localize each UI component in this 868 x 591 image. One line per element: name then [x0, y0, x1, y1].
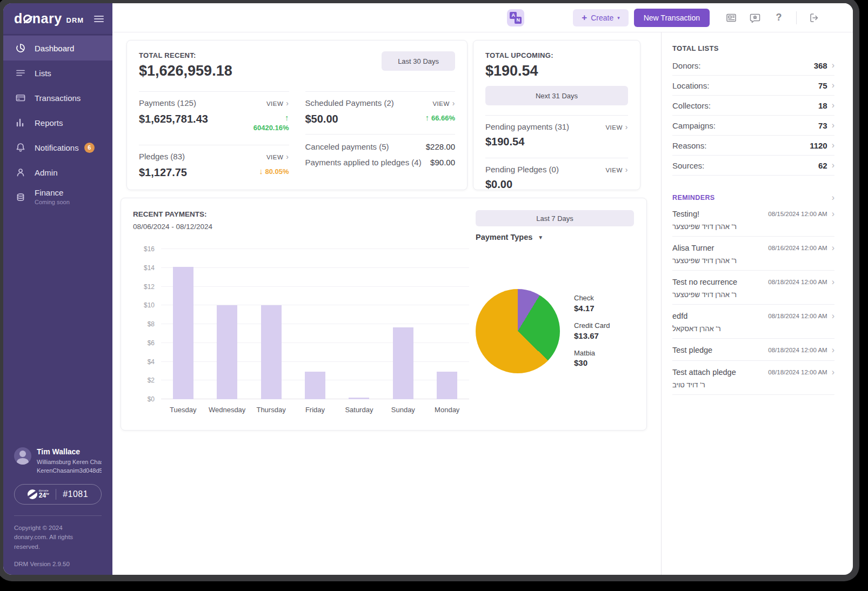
- last-7-days-button[interactable]: Last 7 Days: [476, 210, 634, 226]
- bar-sunday: [393, 327, 413, 399]
- next-31-days-button[interactable]: Next 31 Days: [485, 86, 628, 105]
- payments-trend: ↑ 60420.16%: [253, 113, 289, 132]
- pledges-view-link[interactable]: VIEW›: [266, 152, 289, 161]
- canceled-payments-row: Canceled payments (5) $228.00: [305, 142, 456, 151]
- copyright-text: Copyright © 2024 donary.com. All rights …: [14, 523, 95, 552]
- bar-chart-y-axis: $0$2$4$6$8$10$12$14$16: [133, 249, 155, 399]
- reminder-item[interactable]: Test pledge 08/18/2024 12:00 AM ›: [672, 339, 834, 361]
- create-button[interactable]: + Create ▾: [573, 9, 629, 26]
- list-row-sources[interactable]: Sources: 62 ›: [672, 156, 834, 176]
- user-name: Tim Wallace: [37, 447, 102, 456]
- hamburger-menu-icon[interactable]: [94, 14, 104, 24]
- bar-monday: [437, 372, 457, 399]
- chevron-right-icon: ›: [832, 209, 834, 219]
- user-profile[interactable]: Tim Wallace Williamsburg Keren Chasanim …: [14, 447, 102, 475]
- x-tick-label: Tuesday: [161, 406, 205, 414]
- account-badge: donate 24hr #1081: [14, 484, 102, 505]
- y-tick-label: $4: [148, 358, 155, 366]
- account-number: #1081: [63, 489, 88, 499]
- sidebar: dnary DRM Dashboard Lists: [3, 3, 112, 575]
- scheduled-view-link[interactable]: VIEW›: [432, 99, 455, 108]
- chevron-right-icon: ›: [286, 152, 289, 161]
- bar-chart-plot: [161, 249, 469, 399]
- sidebar-item-dashboard[interactable]: Dashboard: [3, 36, 112, 61]
- reminder-item[interactable]: Test no recurrence 08/18/2024 12:00 AM ›…: [672, 271, 834, 305]
- logo-text-suffix: nary: [32, 11, 62, 26]
- translate-icon[interactable]: A N: [507, 9, 524, 26]
- topbar-divider: [796, 11, 797, 24]
- payments-view-link[interactable]: VIEW›: [266, 99, 289, 108]
- last-30-days-button[interactable]: Last 30 Days: [382, 51, 455, 71]
- chevron-right-icon: ›: [832, 193, 834, 203]
- sidebar-header: dnary DRM: [3, 3, 112, 35]
- recent-payments-label: RECENT PAYMENTS:: [133, 210, 469, 218]
- chevron-right-icon: ›: [832, 367, 834, 377]
- pending-pledges-view-link[interactable]: VIEW›: [605, 165, 628, 174]
- total-upcoming-label: TOTAL UPCOMING:: [485, 51, 628, 59]
- sidebar-item-transactions[interactable]: Transactions: [3, 85, 112, 110]
- person-icon: [15, 167, 26, 178]
- pending-payments-view-link[interactable]: VIEW›: [605, 123, 628, 131]
- payment-types-dropdown[interactable]: Payment Types ▼: [476, 233, 636, 241]
- app-window: dnary DRM Dashboard Lists: [3, 3, 853, 575]
- scheduled-trend: ↑ 66.66%: [425, 113, 455, 122]
- bar-chart: $0$2$4$6$8$10$12$14$16: [133, 249, 469, 399]
- pledges-trend: ↓ 80.05%: [259, 166, 289, 176]
- new-transaction-button[interactable]: New Transaction: [634, 9, 710, 27]
- feedback-icon[interactable]: [749, 11, 762, 24]
- chevron-right-icon: ›: [625, 123, 628, 131]
- bar-chart-x-axis: TuesdayWednesdayThursdayFridaySaturdaySu…: [133, 406, 469, 414]
- reminder-item[interactable]: edfd 08/18/2024 12:00 AM › ר' אהרן דאסקא…: [672, 305, 834, 339]
- donate24-icon: [28, 489, 37, 499]
- legend-item-credit-card: Credit Card $13.67: [574, 321, 610, 341]
- help-icon[interactable]: ?: [772, 11, 785, 24]
- pending-payments-metric: Pending payments (31) VIEW› $190.54: [485, 115, 628, 148]
- sidebar-item-notifications[interactable]: Notifications 6: [3, 135, 112, 160]
- sidebar-item-finance[interactable]: Finance Coming soon: [3, 185, 112, 210]
- chevron-right-icon: ›: [625, 165, 628, 174]
- topbar: A N + Create ▾ New Transaction ?: [112, 3, 853, 32]
- bar-friday: [305, 372, 325, 399]
- chevron-right-icon: ›: [832, 120, 834, 130]
- bar-column: [249, 249, 293, 399]
- y-tick-label: $10: [144, 301, 155, 309]
- pending-pledges-metric: Pending Pledges (0) VIEW› $0.00: [485, 158, 628, 191]
- logout-icon[interactable]: [807, 11, 820, 24]
- sidebar-item-reports[interactable]: Reports: [3, 110, 112, 135]
- logo-drm-badge: DRM: [66, 16, 84, 24]
- list-row-collectors[interactable]: Collectors: 18 ›: [672, 96, 834, 116]
- chevron-right-icon: ›: [832, 80, 834, 90]
- chevron-right-icon: ›: [832, 345, 834, 355]
- reminder-item[interactable]: Alisa Turner 08/16/2024 12:00 AM › ר' אה…: [672, 237, 834, 271]
- chevron-right-icon: ›: [286, 99, 289, 108]
- x-tick-label: Saturday: [337, 406, 381, 414]
- avatar: [14, 447, 31, 465]
- list-row-reasons[interactable]: Reasons: 1120 ›: [672, 136, 834, 156]
- pill-divider: [56, 489, 56, 500]
- reminder-item[interactable]: Testing! 08/15/2024 12:00 AM › ר' אהרן ד…: [672, 203, 834, 237]
- sidebar-item-lists[interactable]: Lists: [3, 61, 112, 85]
- list-row-campaigns[interactable]: Campaigns: 73 ›: [672, 116, 834, 136]
- version-text: DRM Version 2.9.50: [14, 561, 102, 567]
- bar-column: [205, 249, 249, 399]
- total-upcoming-card: TOTAL UPCOMING: $190.54 Next 31 Days Pen…: [473, 40, 640, 190]
- reminders-heading[interactable]: REMINDERS ›: [672, 193, 834, 203]
- scheduled-payments-metric: Scheduled Payments (2) VIEW› $50.00 ↑ 66…: [305, 91, 456, 125]
- sidebar-item-admin[interactable]: Admin: [3, 160, 112, 185]
- chevron-right-icon: ›: [832, 311, 834, 321]
- payments-metric: Payments (125) VIEW› $1,625,781.43 ↑ 604…: [139, 91, 289, 132]
- dashboard-content: TOTAL RECENT: $1,626,959.18 Last 30 Days…: [112, 32, 661, 575]
- bar-column: [381, 249, 425, 399]
- y-tick-label: $12: [144, 283, 155, 291]
- logo-text-prefix: d: [14, 11, 23, 26]
- list-row-locations[interactable]: Locations: 75 ›: [672, 76, 834, 96]
- sidebar-bottom: Tim Wallace Williamsburg Keren Chasanim …: [3, 447, 112, 575]
- total-lists-heading: TOTAL LISTS: [672, 44, 834, 52]
- list-row-donors[interactable]: Donors: 368 ›: [672, 56, 834, 76]
- bell-icon: [15, 142, 26, 153]
- right-panel: TOTAL LISTS Donors: 368 › Locations: 75 …: [661, 32, 853, 575]
- x-tick-label: Wednesday: [205, 406, 249, 414]
- news-icon[interactable]: [725, 11, 738, 24]
- reminder-item[interactable]: Test attach pledge 08/18/2024 12:00 AM ›…: [672, 361, 834, 395]
- bar-column: [161, 249, 205, 399]
